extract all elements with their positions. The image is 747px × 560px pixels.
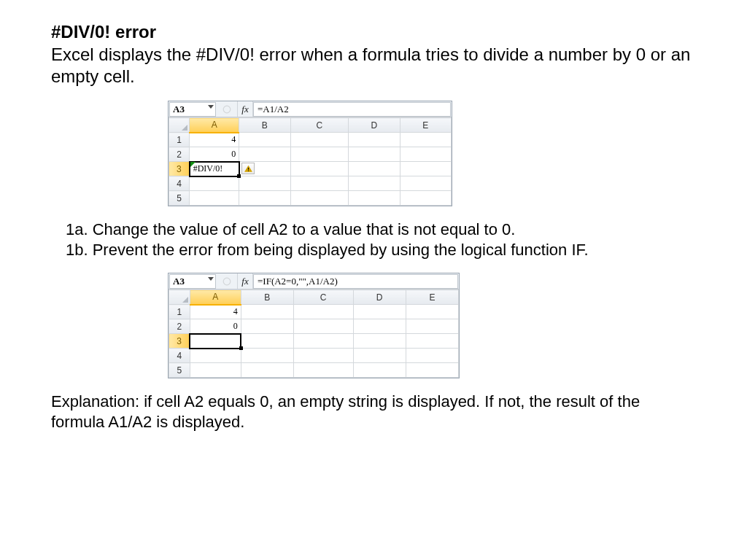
row-header-5[interactable]: 5 xyxy=(169,363,190,378)
cell[interactable] xyxy=(239,147,290,162)
cell[interactable] xyxy=(190,363,241,378)
cell[interactable] xyxy=(353,305,406,319)
cell[interactable] xyxy=(400,133,451,147)
row-header-3[interactable]: 3 xyxy=(169,162,190,176)
cell[interactable] xyxy=(406,319,458,334)
row-header-1[interactable]: 1 xyxy=(169,133,190,147)
cell[interactable] xyxy=(290,162,349,176)
cell[interactable] xyxy=(190,191,239,206)
cell[interactable] xyxy=(349,176,400,191)
svg-point-0 xyxy=(223,106,231,113)
excel-screenshot-1: A3 fx =A1/A2 A B C D E 1 4 2 0 3 xyxy=(168,101,452,206)
cell[interactable] xyxy=(353,363,406,378)
spreadsheet-grid[interactable]: A B C D E 1 4 2 0 3 4 5 xyxy=(169,289,459,378)
col-header-a[interactable]: A xyxy=(190,290,241,305)
svg-rect-2 xyxy=(248,170,249,171)
col-header-c[interactable]: C xyxy=(290,118,349,133)
row-header-2[interactable]: 2 xyxy=(169,147,190,162)
cell[interactable] xyxy=(406,305,458,319)
cell[interactable] xyxy=(293,349,353,363)
cell-a3-selected[interactable] xyxy=(190,334,241,349)
col-header-c[interactable]: C xyxy=(293,290,353,305)
warning-icon[interactable] xyxy=(241,163,255,174)
cell[interactable] xyxy=(406,334,458,349)
cell[interactable] xyxy=(349,162,400,176)
cell[interactable] xyxy=(400,147,451,162)
step-1a: 1a. Change the value of cell A2 to a val… xyxy=(66,219,696,240)
row-header-1[interactable]: 1 xyxy=(169,305,190,319)
cell[interactable] xyxy=(353,319,406,334)
row-header-2[interactable]: 2 xyxy=(169,319,190,334)
cell[interactable] xyxy=(293,305,353,319)
col-header-b[interactable]: B xyxy=(239,118,290,133)
cell[interactable] xyxy=(400,176,451,191)
cell[interactable] xyxy=(241,319,293,334)
cell-a2[interactable]: 0 xyxy=(190,147,239,162)
row-header-5[interactable]: 5 xyxy=(169,191,190,206)
formula-input[interactable]: =IF(A2=0,"",A1/A2) xyxy=(253,274,458,289)
formula-bar: A3 fx =A1/A2 xyxy=(169,101,452,117)
cell[interactable] xyxy=(290,176,349,191)
cell[interactable] xyxy=(353,334,406,349)
cell[interactable] xyxy=(239,191,290,206)
svg-point-3 xyxy=(223,278,231,285)
spreadsheet-grid[interactable]: A B C D E 1 4 2 0 3 #DIV/0! xyxy=(169,117,452,206)
chevron-down-icon[interactable] xyxy=(208,105,214,109)
cancel-icon xyxy=(217,102,237,117)
cell[interactable] xyxy=(190,176,239,191)
cell[interactable] xyxy=(349,133,400,147)
cell[interactable] xyxy=(349,191,400,206)
cell[interactable] xyxy=(290,147,349,162)
name-box[interactable]: A3 xyxy=(169,102,216,117)
col-header-d[interactable]: D xyxy=(349,118,400,133)
cell-a2[interactable]: 0 xyxy=(190,319,241,334)
step-1b: 1b. Prevent the error from being display… xyxy=(66,240,696,260)
cell[interactable] xyxy=(293,334,353,349)
error-flag-icon xyxy=(190,162,196,167)
cell[interactable] xyxy=(290,133,349,147)
cell[interactable] xyxy=(406,349,458,363)
cell-a1[interactable]: 4 xyxy=(190,133,239,147)
cell[interactable] xyxy=(239,133,290,147)
cell-a1[interactable]: 4 xyxy=(190,305,241,319)
row-header-3[interactable]: 3 xyxy=(169,334,190,349)
cell[interactable] xyxy=(241,334,293,349)
fx-icon[interactable]: fx xyxy=(237,273,253,289)
cell[interactable] xyxy=(406,363,458,378)
name-box[interactable]: A3 xyxy=(169,274,216,289)
cell-a3-selected[interactable]: #DIV/0! xyxy=(190,162,239,176)
col-header-e[interactable]: E xyxy=(400,118,451,133)
cell[interactable] xyxy=(293,363,353,378)
cell[interactable] xyxy=(239,176,290,191)
col-header-a[interactable]: A xyxy=(190,118,239,133)
col-header-d[interactable]: D xyxy=(353,290,406,305)
cell[interactable] xyxy=(290,191,349,206)
cell[interactable] xyxy=(400,162,451,176)
cell[interactable] xyxy=(241,349,293,363)
col-header-e[interactable]: E xyxy=(406,290,458,305)
cell[interactable] xyxy=(241,305,293,319)
chevron-down-icon[interactable] xyxy=(208,277,214,281)
cell[interactable] xyxy=(353,349,406,363)
excel-screenshot-2: A3 fx =IF(A2=0,"",A1/A2) A B C D E 1 4 2… xyxy=(168,273,460,378)
instructions: 1a. Change the value of cell A2 to a val… xyxy=(66,219,696,260)
cell[interactable] xyxy=(400,191,451,206)
col-header-b[interactable]: B xyxy=(241,290,293,305)
name-box-value: A3 xyxy=(173,276,185,287)
cell[interactable] xyxy=(293,319,353,334)
explanation-text: Explanation: if cell A2 equals 0, an emp… xyxy=(51,392,696,432)
row-header-4[interactable]: 4 xyxy=(169,176,190,191)
svg-rect-1 xyxy=(248,167,249,169)
select-all-corner[interactable] xyxy=(169,290,190,305)
cell[interactable] xyxy=(349,147,400,162)
cell-value: #DIV/0! xyxy=(193,163,223,174)
select-all-corner[interactable] xyxy=(169,118,190,133)
page-title: #DIV/0! error xyxy=(51,22,696,42)
name-box-value: A3 xyxy=(173,104,185,115)
cell[interactable] xyxy=(241,363,293,378)
cancel-icon xyxy=(217,274,237,289)
formula-input[interactable]: =A1/A2 xyxy=(253,102,451,117)
fx-icon[interactable]: fx xyxy=(237,101,253,117)
row-header-4[interactable]: 4 xyxy=(169,349,190,363)
cell[interactable] xyxy=(190,349,241,363)
